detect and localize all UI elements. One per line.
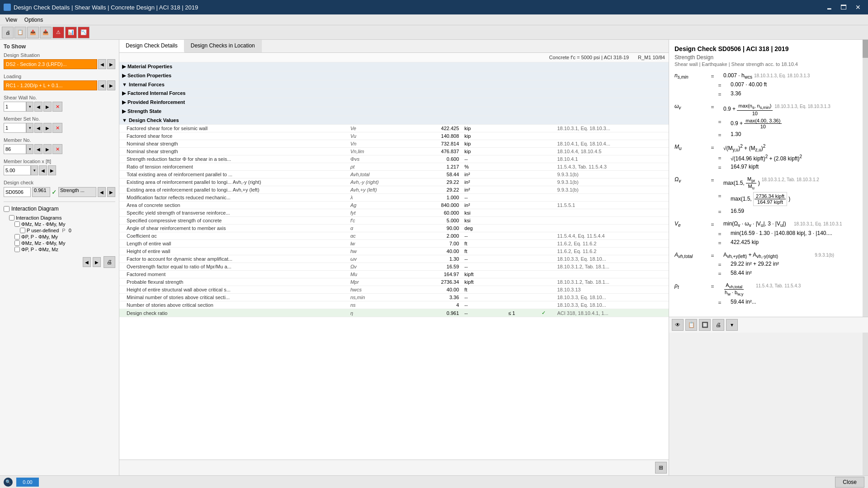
row-limit — [490, 263, 533, 271]
toolbar-btn-4[interactable]: 📥 — [40, 27, 52, 38]
row-status — [533, 217, 554, 225]
toolbar-btn-6[interactable]: 📊 — [65, 27, 77, 38]
center-icon-1[interactable]: ⊞ — [655, 462, 667, 474]
row-sym: λ — [348, 194, 405, 202]
member-input[interactable] — [4, 144, 26, 154]
member-prev[interactable]: ◀ — [34, 144, 42, 154]
tab-design-check-details[interactable]: Design Check Details — [119, 40, 184, 52]
loading-next[interactable]: ▶ — [107, 80, 115, 90]
row-status — [533, 140, 554, 148]
phimz-mz-cb[interactable] — [14, 221, 20, 227]
search-btn[interactable]: 🔍 — [4, 478, 13, 487]
toolbar-btn-3[interactable]: 📤 — [27, 27, 39, 38]
tab-design-checks-location[interactable]: Design Checks in Location — [184, 40, 262, 52]
shear-wall-prev[interactable]: ◀ — [34, 102, 42, 112]
row-limit — [490, 148, 533, 155]
section-row-provided[interactable]: ▶Provided Reinforcement — [119, 98, 669, 107]
int-diagrams-cb[interactable] — [9, 215, 14, 221]
p-userdefined-cb[interactable] — [20, 228, 25, 233]
interaction-diagram-checkbox[interactable] — [4, 206, 9, 212]
info-text: Concrete f'c = 5000 psi | ACI 318-19 — [549, 55, 629, 60]
location-down[interactable]: ▾ — [31, 165, 38, 175]
loading-prev[interactable]: ◀ — [98, 80, 106, 90]
rp-print-btn[interactable]: 🖨 — [712, 319, 724, 331]
section-toggle-material[interactable]: ▶ — [122, 64, 126, 69]
member-set-down[interactable]: ▾ — [26, 123, 33, 133]
f-rho-expr1: Avh,total hw · bw,y — [723, 282, 745, 296]
section-row-internal[interactable]: ▼Internal Forces — [119, 80, 669, 89]
toolbar-btn-1[interactable]: 🖨 — [2, 27, 14, 38]
row-sym: f'c — [348, 217, 405, 225]
design-situation-dropdown[interactable]: DS2 - Section 2.3 (LRFD)... — [4, 59, 97, 69]
row-sym: Mpr — [348, 278, 405, 286]
member-set-input[interactable] — [4, 123, 26, 133]
print-left-btn[interactable]: 🖨 — [104, 256, 115, 268]
maximize-button[interactable]: 🗖 — [837, 1, 850, 14]
row-status — [533, 232, 554, 240]
scrollbar-thumb[interactable] — [863, 40, 868, 58]
dc-next[interactable]: ▶ — [107, 187, 115, 197]
row-sym: hwcs — [348, 286, 405, 294]
row-status — [533, 178, 554, 186]
member-set-prev[interactable]: ◀ — [34, 123, 42, 133]
row-name: Angle of shear reinforcement to member a… — [119, 225, 348, 232]
section-row-strength[interactable]: ▶Strength State — [119, 107, 669, 116]
member-set-clear[interactable]: ✕ — [52, 123, 62, 133]
loading-dropdown[interactable]: RC1 - 1.20D/p + L + 0.1... — [4, 80, 97, 90]
section-row-dcvalues[interactable]: ▼Design Check Values — [119, 116, 669, 125]
close-window-button[interactable]: ✕ — [852, 1, 864, 14]
phip-phimz-cb[interactable] — [14, 247, 20, 252]
member-clear[interactable]: ✕ — [52, 144, 62, 154]
row-name: Coefficient αc — [119, 232, 348, 240]
row-unit: ft — [462, 286, 490, 294]
situation-next[interactable]: ▶ — [107, 59, 115, 69]
section-toggle-provided[interactable]: ▶ — [122, 99, 126, 105]
shear-wall-clear[interactable]: ✕ — [52, 102, 62, 112]
rp-icon-3[interactable]: 🔲 — [699, 319, 711, 331]
right-panel-scrollbar[interactable] — [863, 40, 868, 475]
panel-left-arrow[interactable]: ◀ — [83, 257, 91, 267]
toolbar-btn-7[interactable]: 📉 — [78, 27, 90, 38]
row-name: Modification factor reflects reduced mec… — [119, 194, 348, 202]
row-ref — [554, 271, 669, 278]
shear-wall-input[interactable] — [4, 102, 26, 112]
location-prev[interactable]: ◀ — [39, 165, 47, 175]
dc-type-dropdown[interactable]: Strength ... — [58, 187, 96, 197]
status-input[interactable] — [16, 478, 39, 487]
menu-view[interactable]: View — [2, 16, 21, 24]
window-controls: 🗕 🗖 ✕ — [823, 1, 864, 14]
toolbar-btn-5[interactable]: ⚠ — [52, 27, 64, 38]
section-toggle-section[interactable]: ▶ — [122, 73, 126, 78]
location-next[interactable]: ▶ — [48, 165, 56, 175]
close-button[interactable]: Close — [835, 477, 864, 488]
phip-phimy-cb[interactable] — [14, 234, 20, 239]
member-next[interactable]: ▶ — [43, 144, 52, 154]
menu-options[interactable]: Options — [21, 16, 47, 24]
section-toggle-strength[interactable]: ▶ — [122, 108, 126, 114]
location-input[interactable] — [4, 165, 31, 175]
row-name: Total existing area of reinforcement par… — [119, 171, 348, 178]
situation-prev[interactable]: ◀ — [98, 59, 106, 69]
rp-print-dropdown[interactable]: ▾ — [726, 319, 738, 331]
section-row-factored[interactable]: ▶Factored Internal Forces — [119, 89, 669, 98]
dc-code-input[interactable] — [4, 187, 31, 197]
rp-icon-2[interactable]: 📋 — [685, 319, 697, 331]
shear-wall-down[interactable]: ▾ — [26, 102, 33, 112]
row-ref: ACI 318, 18.10.4.1, 1... — [554, 309, 669, 317]
member-down[interactable]: ▾ — [26, 144, 33, 154]
panel-right-arrow[interactable]: ▶ — [93, 257, 101, 267]
member-set-next[interactable]: ▶ — [43, 123, 52, 133]
dc-prev[interactable]: ◀ — [98, 187, 106, 197]
minimize-button[interactable]: 🗕 — [823, 1, 835, 14]
phimz-mz2-cb[interactable] — [14, 240, 20, 246]
toolbar-btn-2[interactable]: 📋 — [14, 27, 26, 38]
main-toolbar: 🖨 📋 📤 📥 ⚠ 📊 📉 — [0, 25, 868, 40]
section-toggle-dcvalues[interactable]: ▼ — [122, 117, 127, 123]
section-toggle-factored[interactable]: ▶ — [122, 90, 126, 96]
section-row-section[interactable]: ▶Section Properties — [119, 71, 669, 80]
section-toggle-internal[interactable]: ▼ — [122, 82, 127, 87]
shear-wall-next[interactable]: ▶ — [43, 102, 52, 112]
row-val: 2.000 — [405, 232, 462, 240]
rp-icon-1[interactable]: 👁 — [672, 319, 684, 331]
section-row-material[interactable]: ▶Material Properties — [119, 62, 669, 71]
